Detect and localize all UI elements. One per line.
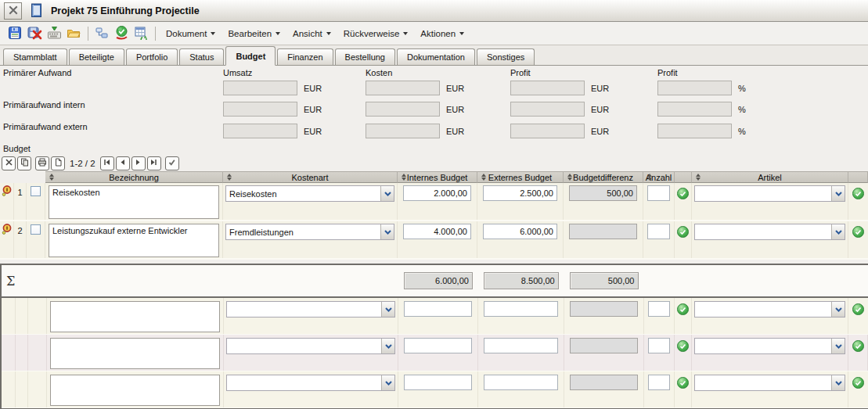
- kostenart-select[interactable]: Fremdleistungen: [225, 224, 394, 240]
- externes-budget-input[interactable]: [484, 375, 558, 390]
- open-folder-button[interactable]: [64, 24, 83, 43]
- kostenart-select[interactable]: [226, 375, 395, 391]
- column-header-budgetdifferenz[interactable]: Budgetdifferenz: [564, 171, 643, 183]
- menu-bearbeiten[interactable]: Bearbeiten: [222, 27, 286, 41]
- confirm-button[interactable]: [165, 156, 179, 170]
- row-checkbox[interactable]: [31, 224, 41, 235]
- column-header-internes-budget[interactable]: Internes Budget: [398, 171, 477, 183]
- copy-button[interactable]: [17, 156, 31, 170]
- tab-bestellung[interactable]: Bestellung: [335, 48, 395, 65]
- delete-document-button[interactable]: [25, 24, 44, 43]
- ok-check-icon[interactable]: [677, 303, 689, 315]
- ok-check-icon[interactable]: [852, 188, 864, 199]
- bezeichnung-textarea[interactable]: Reisekosten: [49, 185, 219, 219]
- column-header-externes-budget[interactable]: Externes Budget: [477, 171, 564, 183]
- sort-icon[interactable]: [481, 174, 486, 181]
- remove-button[interactable]: [2, 156, 16, 170]
- budget-table-header: Bezeichnung Kostenart Internes Budget Ex…: [0, 171, 868, 183]
- bezeichnung-textarea[interactable]: Leistungszukauf externe Entwickler: [49, 224, 219, 257]
- chevron-down-icon[interactable]: [831, 186, 845, 201]
- sort-icon[interactable]: [227, 174, 232, 181]
- externes-budget-input[interactable]: [484, 338, 558, 353]
- ok-check-icon[interactable]: [677, 226, 689, 238]
- chevron-down-icon[interactable]: [831, 339, 845, 353]
- internes-budget-input[interactable]: 2.000,00: [403, 185, 471, 201]
- close-button[interactable]: [4, 2, 22, 20]
- save-button[interactable]: [5, 24, 24, 43]
- first-page-button[interactable]: [100, 156, 114, 170]
- new-entry-button[interactable]: [51, 156, 65, 170]
- validate-button[interactable]: [112, 24, 131, 43]
- bezeichnung-textarea[interactable]: [50, 338, 221, 369]
- hierarchy-button[interactable]: [92, 24, 111, 43]
- kostenart-select[interactable]: [226, 301, 395, 318]
- tab-budget[interactable]: Budget: [225, 46, 276, 66]
- tab-sonstiges[interactable]: Sonstiges: [477, 48, 535, 65]
- tab-portfolio[interactable]: Portfolio: [126, 48, 178, 65]
- sort-icon[interactable]: [402, 174, 406, 181]
- chevron-down-icon[interactable]: [831, 224, 845, 239]
- row-checkbox[interactable]: [31, 186, 41, 196]
- ok-check-icon[interactable]: [852, 377, 864, 389]
- ok-check-icon[interactable]: [677, 188, 689, 199]
- next-page-button[interactable]: [131, 156, 146, 170]
- artikel-select[interactable]: [694, 224, 845, 240]
- artikel-select[interactable]: [694, 375, 845, 391]
- column-header-kostenart[interactable]: Kostenart: [223, 171, 398, 183]
- chevron-down-icon[interactable]: [381, 302, 394, 317]
- internes-budget-input[interactable]: [404, 338, 472, 353]
- import-button[interactable]: [45, 24, 63, 43]
- tab-dokumentation[interactable]: Dokumentation: [397, 48, 475, 65]
- sort-icon[interactable]: [567, 174, 572, 181]
- sort-icon[interactable]: [696, 174, 701, 181]
- externes-budget-input[interactable]: 2.500,00: [483, 185, 557, 201]
- anzahl-input[interactable]: [648, 301, 671, 317]
- internes-budget-input[interactable]: [404, 375, 472, 390]
- tab-label: Portfolio: [136, 52, 167, 62]
- ok-check-icon[interactable]: [852, 303, 864, 315]
- chevron-down-icon[interactable]: [381, 339, 394, 353]
- sort-icon[interactable]: [647, 174, 652, 181]
- tab-status[interactable]: Status: [179, 48, 224, 65]
- tab-stammblatt[interactable]: Stammblatt: [3, 48, 67, 65]
- column-header-anzahl[interactable]: Anzahl: [643, 171, 675, 183]
- anzahl-input[interactable]: [648, 375, 671, 390]
- chevron-down-icon[interactable]: [381, 375, 394, 390]
- print-button[interactable]: [35, 156, 49, 170]
- menu-dokument[interactable]: Dokument: [160, 27, 222, 41]
- bezeichnung-textarea[interactable]: [50, 301, 221, 332]
- externes-budget-input[interactable]: 6.000,00: [483, 224, 557, 239]
- column-header-bezeichnung[interactable]: Bezeichnung: [45, 171, 223, 183]
- bezeichnung-textarea[interactable]: [50, 375, 221, 406]
- ok-check-icon[interactable]: [677, 340, 689, 352]
- ok-check-icon[interactable]: [852, 340, 864, 352]
- anzahl-input[interactable]: [647, 185, 670, 201]
- menu-aktionen[interactable]: Aktionen: [414, 27, 470, 41]
- ok-check-icon[interactable]: [677, 377, 689, 389]
- sort-icon[interactable]: [49, 174, 54, 181]
- anzahl-input[interactable]: [647, 224, 670, 239]
- internes-budget-input[interactable]: [404, 301, 472, 317]
- tab-beteiligte[interactable]: Beteiligte: [69, 48, 124, 65]
- artikel-select[interactable]: [694, 338, 845, 354]
- kostenart-select[interactable]: Reisekosten: [225, 185, 394, 202]
- ok-check-icon[interactable]: [852, 226, 864, 238]
- tab-label: Status: [189, 52, 214, 62]
- anzahl-input[interactable]: [648, 338, 671, 353]
- chevron-down-icon[interactable]: [831, 302, 845, 317]
- externes-budget-input[interactable]: [484, 301, 558, 317]
- menu-rueckverweise[interactable]: Rückverweise: [337, 27, 415, 41]
- column-header-artikel[interactable]: Artikel: [692, 171, 848, 183]
- menu-ansicht[interactable]: Ansicht: [286, 27, 337, 41]
- last-page-button[interactable]: [147, 156, 161, 170]
- kostenart-select[interactable]: [226, 338, 395, 354]
- prev-page-button[interactable]: [116, 156, 130, 170]
- chevron-down-icon[interactable]: [380, 186, 394, 201]
- artikel-select[interactable]: [694, 185, 845, 202]
- chevron-down-icon[interactable]: [380, 224, 394, 239]
- recalculate-button[interactable]: [131, 24, 150, 43]
- artikel-select[interactable]: [694, 301, 845, 318]
- internes-budget-input[interactable]: 4.000,00: [403, 224, 471, 239]
- tab-finanzen[interactable]: Finanzen: [277, 48, 333, 65]
- chevron-down-icon[interactable]: [831, 375, 845, 390]
